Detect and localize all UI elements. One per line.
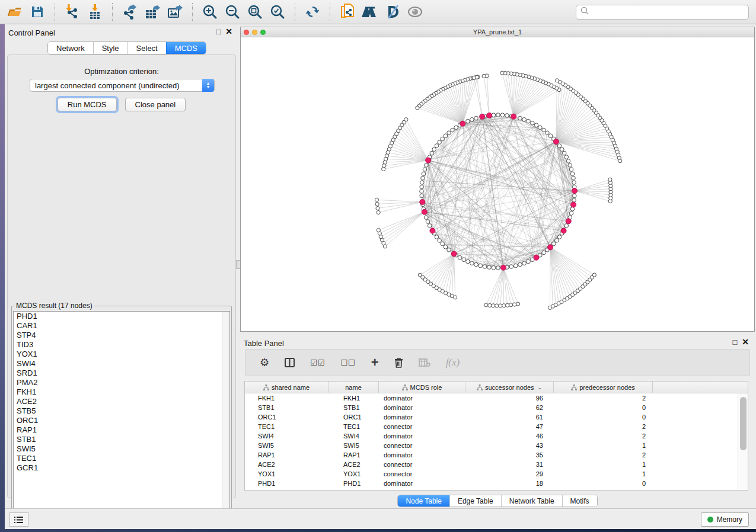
network-node[interactable] bbox=[499, 304, 502, 307]
export-image-button[interactable] bbox=[164, 2, 186, 22]
network-node[interactable] bbox=[424, 164, 428, 168]
network-node[interactable] bbox=[382, 167, 385, 171]
network-node[interactable] bbox=[516, 302, 519, 306]
network-node[interactable] bbox=[548, 134, 553, 138]
search-binoculars-button[interactable] bbox=[359, 2, 381, 22]
network-node[interactable] bbox=[432, 148, 436, 152]
mcds-hub-node[interactable] bbox=[500, 265, 506, 270]
mcds-hub-node[interactable] bbox=[460, 121, 465, 126]
table-row[interactable]: TEC1TEC1connector472 bbox=[245, 422, 738, 431]
network-node[interactable] bbox=[458, 255, 462, 259]
search-text-field[interactable] bbox=[589, 6, 748, 18]
mcds-hub-node[interactable] bbox=[511, 114, 516, 119]
mcds-hub-node[interactable] bbox=[566, 219, 571, 224]
table-row[interactable]: PHD1PHD1dominator180 bbox=[245, 479, 738, 488]
table-row[interactable]: SWI5SWI5connector431 bbox=[245, 441, 738, 450]
table-row[interactable]: SWI4SWI4dominator462 bbox=[245, 431, 738, 441]
network-node[interactable] bbox=[518, 262, 522, 267]
network-node[interactable] bbox=[538, 126, 543, 130]
network-node[interactable] bbox=[572, 194, 576, 198]
network-node[interactable] bbox=[572, 198, 576, 203]
network-node[interactable] bbox=[435, 144, 439, 148]
network-graph[interactable] bbox=[241, 37, 754, 331]
network-node[interactable] bbox=[447, 248, 451, 252]
table-row[interactable]: RAP1RAP1dominator352 bbox=[245, 450, 738, 460]
mcds-hub-node[interactable] bbox=[553, 139, 559, 145]
mcds-list-scrollbar[interactable] bbox=[222, 312, 229, 521]
mcds-result-item[interactable]: YOX1 bbox=[14, 350, 229, 359]
mcds-hub-node[interactable] bbox=[534, 255, 539, 260]
network-node[interactable] bbox=[424, 216, 428, 220]
network-node[interactable] bbox=[444, 134, 448, 138]
network-node[interactable] bbox=[509, 303, 513, 307]
mcds-result-item[interactable]: TEC1 bbox=[14, 454, 229, 463]
network-node[interactable] bbox=[435, 235, 439, 239]
network-node[interactable] bbox=[557, 144, 562, 148]
network-node[interactable] bbox=[502, 304, 506, 307]
tab-style[interactable]: Style bbox=[93, 42, 127, 54]
network-node[interactable] bbox=[375, 198, 378, 201]
open-file-button[interactable] bbox=[4, 2, 26, 22]
network-node[interactable] bbox=[420, 194, 424, 198]
save-session-button[interactable] bbox=[26, 2, 49, 22]
network-node[interactable] bbox=[509, 265, 513, 269]
network-node[interactable] bbox=[483, 265, 487, 269]
mcds-result-item[interactable]: STB5 bbox=[14, 406, 229, 416]
select-all-icon[interactable]: ☑☑ bbox=[310, 358, 325, 367]
network-node[interactable] bbox=[474, 262, 479, 267]
zoom-in-button[interactable] bbox=[199, 2, 221, 22]
network-node[interactable] bbox=[466, 119, 470, 123]
mcds-result-item[interactable]: SWI5 bbox=[14, 444, 229, 454]
network-node[interactable] bbox=[542, 128, 546, 132]
network-node[interactable] bbox=[569, 211, 573, 216]
network-node[interactable] bbox=[420, 185, 424, 189]
network-node[interactable] bbox=[420, 190, 424, 194]
import-network-button[interactable] bbox=[61, 2, 84, 22]
network-node[interactable] bbox=[496, 113, 500, 117]
network-node[interactable] bbox=[527, 119, 531, 123]
network-node[interactable] bbox=[441, 242, 445, 246]
network-node[interactable] bbox=[428, 224, 432, 228]
zoom-selected-button[interactable] bbox=[266, 2, 289, 22]
mcds-result-item[interactable]: PMA2 bbox=[14, 378, 229, 387]
column-header-successor-nodes[interactable]: successor nodes⌄ bbox=[465, 382, 554, 393]
network-node[interactable] bbox=[513, 264, 518, 268]
table-scrollbar[interactable] bbox=[738, 393, 748, 490]
network-node[interactable] bbox=[522, 261, 527, 265]
network-node[interactable] bbox=[474, 116, 479, 120]
task-history-button[interactable] bbox=[9, 512, 28, 527]
network-node[interactable] bbox=[542, 251, 546, 255]
table-row[interactable]: YOX1YOX1connector291 bbox=[245, 469, 738, 479]
network-node[interactable] bbox=[416, 106, 419, 110]
mcds-hub-node[interactable] bbox=[561, 228, 566, 233]
network-node[interactable] bbox=[430, 151, 434, 155]
tab-network[interactable]: Network bbox=[48, 42, 93, 54]
run-mcds-button[interactable]: Run MCDS bbox=[58, 98, 117, 111]
network-node[interactable] bbox=[383, 245, 387, 248]
network-node[interactable] bbox=[470, 117, 474, 121]
network-node[interactable] bbox=[572, 181, 576, 185]
network-node[interactable] bbox=[531, 121, 535, 125]
network-node[interactable] bbox=[454, 126, 458, 130]
network-node[interactable] bbox=[454, 296, 457, 299]
column-header-predecessor-nodes[interactable]: predecessor nodes bbox=[554, 382, 653, 393]
optimization-criterion-select[interactable]: largest connected component (undirected)… bbox=[30, 79, 215, 92]
network-node[interactable] bbox=[479, 264, 483, 268]
network-node[interactable] bbox=[546, 131, 550, 135]
eye-button[interactable] bbox=[404, 2, 426, 22]
mcds-hub-node[interactable] bbox=[430, 228, 435, 233]
column-header-shared-name[interactable]: shared name bbox=[245, 382, 328, 393]
network-node[interactable] bbox=[376, 206, 379, 210]
mcds-hub-node[interactable] bbox=[451, 251, 457, 257]
table-row[interactable]: FKH1FKH1dominator962 bbox=[245, 393, 738, 403]
network-node[interactable] bbox=[518, 116, 522, 120]
network-node[interactable] bbox=[555, 239, 559, 243]
network-node[interactable] bbox=[555, 79, 559, 82]
close-panel-icon[interactable]: ✕ bbox=[225, 27, 232, 36]
network-node[interactable] bbox=[462, 258, 466, 262]
mcds-result-list[interactable]: PHD1CAR1STP4TID3YOX1SWI4SRD1PMA2FKH1ACE2… bbox=[13, 311, 230, 521]
tab-network-table[interactable]: Network Table bbox=[501, 495, 562, 507]
network-node[interactable] bbox=[505, 114, 509, 118]
network-node[interactable] bbox=[451, 128, 455, 132]
network-node[interactable] bbox=[495, 304, 499, 307]
